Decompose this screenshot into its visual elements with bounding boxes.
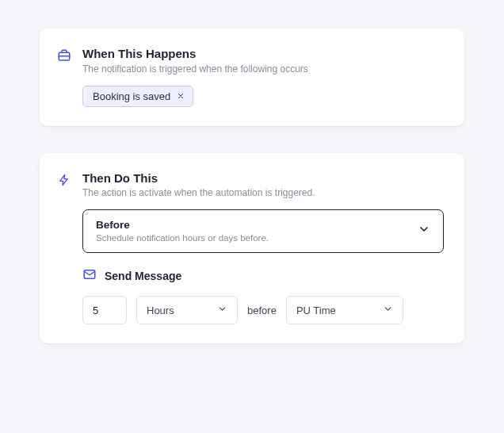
schedule-form-row: Hours before PU Time xyxy=(82,296,444,324)
units-value: Hours xyxy=(147,305,174,316)
trigger-chip[interactable]: Booking is saved xyxy=(82,86,193,107)
units-dropdown[interactable]: Hours xyxy=(136,296,238,324)
trigger-chip-label: Booking is saved xyxy=(93,90,170,102)
action-card: Then Do This The action is activate when… xyxy=(40,153,464,344)
timing-select[interactable]: Before Schedule notification hours or da… xyxy=(82,209,444,253)
joiner-label: before xyxy=(247,305,277,316)
mail-icon xyxy=(82,267,97,285)
briefcase-icon xyxy=(55,47,73,64)
trigger-card: When This Happens The notification is tr… xyxy=(40,29,464,126)
close-icon[interactable] xyxy=(177,91,185,102)
send-message-title: Send Message xyxy=(105,270,181,282)
action-header: Then Do This The action is activate when… xyxy=(55,171,444,199)
timing-select-desc: Schedule notification hours or days befo… xyxy=(96,233,269,243)
trigger-subtitle: The notification is triggered when the f… xyxy=(82,63,308,75)
bolt-icon xyxy=(55,171,73,189)
chevron-down-icon xyxy=(383,304,393,316)
reference-value: PU Time xyxy=(296,305,336,316)
reference-dropdown[interactable]: PU Time xyxy=(286,296,403,324)
action-subtitle: The action is activate when the automati… xyxy=(82,187,315,198)
timing-select-label: Before xyxy=(96,219,269,231)
trigger-header: When This Happens The notification is tr… xyxy=(55,46,444,75)
trigger-title: When This Happens xyxy=(82,46,308,62)
action-title: Then Do This xyxy=(82,171,315,186)
chevron-down-icon xyxy=(217,304,227,316)
send-message-header: Send Message xyxy=(82,267,444,285)
amount-input[interactable] xyxy=(82,296,127,324)
chevron-down-icon xyxy=(418,223,430,239)
